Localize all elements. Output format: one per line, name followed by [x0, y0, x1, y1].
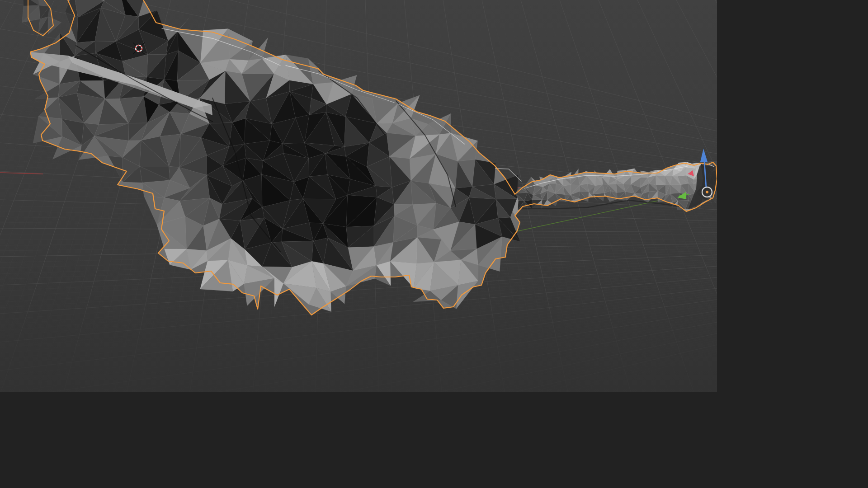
viewport-3d-scene [0, 0, 717, 392]
